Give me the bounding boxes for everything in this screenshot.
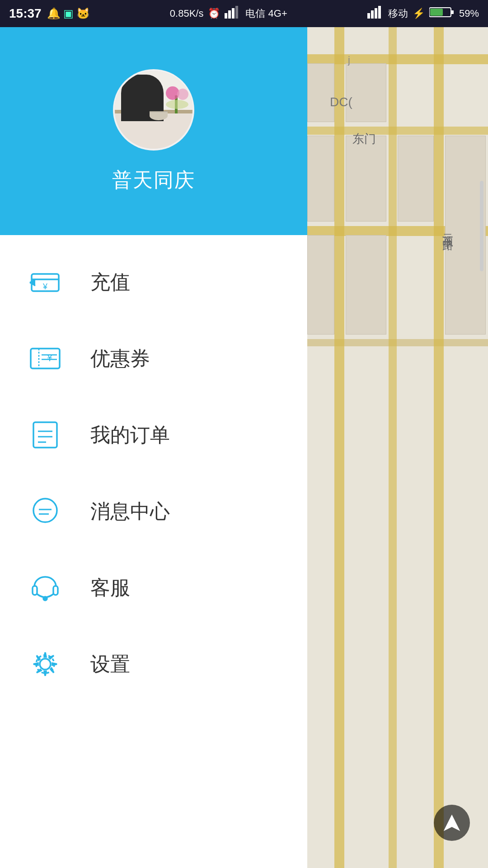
carrier1-signal — [225, 6, 241, 21]
svg-point-30 — [40, 659, 51, 670]
drawer-menu: ¥ 充值 ¥ — [0, 235, 307, 868]
map-yunding-label: 云顶中路 — [441, 226, 455, 233]
carrier1-name: 电信 4G+ — [245, 7, 287, 20]
location-button[interactable] — [434, 805, 470, 841]
svg-rect-0 — [225, 13, 227, 19]
map-block-4 — [346, 136, 386, 222]
messages-label: 消息中心 — [90, 498, 170, 525]
map-block-7 — [398, 136, 434, 222]
status-right: 移动 ⚡ 59% — [367, 6, 479, 21]
svg-rect-10 — [430, 9, 443, 16]
settings-label: 设置 — [90, 651, 130, 678]
coupon-label: 优惠券 — [90, 345, 150, 372]
svg-point-29 — [43, 597, 47, 600]
svg-point-24 — [33, 499, 57, 522]
map-block-6 — [346, 235, 386, 335]
svg-marker-11 — [445, 816, 459, 830]
coupon-icon: ¥ — [27, 340, 63, 377]
status-icons: 🔔 ▣ 🐱 — [47, 7, 90, 20]
svg-rect-9 — [451, 10, 454, 14]
map-scrollbar[interactable] — [480, 181, 483, 271]
map-background: 东门 云顶中路 j DC( — [307, 0, 488, 868]
charging-icon: ⚡ — [413, 8, 425, 19]
map-block-5 — [307, 235, 334, 335]
map-block-2 — [346, 63, 386, 122]
svg-text:¥: ¥ — [47, 352, 53, 363]
svg-text:¥: ¥ — [42, 282, 48, 291]
menu-item-recharge[interactable]: ¥ 充值 — [0, 244, 307, 321]
avatar[interactable] — [113, 69, 194, 151]
map-road-v1 — [334, 0, 344, 868]
status-time: 15:37 — [9, 6, 42, 21]
alarm-icon: ⏰ — [208, 8, 220, 19]
network-speed: 0.85K/s — [170, 8, 204, 19]
drawer-header: 普天同庆 — [0, 27, 307, 235]
notify-icon-2: ▣ — [63, 7, 74, 20]
recharge-icon: ¥ — [27, 264, 63, 300]
map-content: 东门 云顶中路 j DC( — [307, 0, 488, 868]
svg-rect-3 — [235, 6, 238, 19]
carrier2-name: 移动 — [388, 7, 408, 20]
map-road-v3 — [434, 0, 444, 868]
svg-rect-5 — [371, 10, 374, 19]
svg-rect-27 — [33, 586, 37, 595]
status-bar: 15:37 🔔 ▣ 🐱 0.85K/s ⏰ 电信 4G+ 移动 ⚡ 59% — [0, 0, 488, 27]
menu-item-messages[interactable]: 消息中心 — [0, 473, 307, 550]
recharge-label: 充值 — [90, 269, 130, 296]
menu-item-coupon[interactable]: ¥ 优惠券 — [0, 321, 307, 397]
menu-item-settings[interactable]: 设置 — [0, 626, 307, 703]
svg-rect-2 — [232, 8, 235, 19]
messages-icon — [27, 493, 63, 529]
svg-rect-15 — [31, 349, 60, 368]
svg-rect-28 — [53, 586, 58, 595]
map-block-1 — [307, 63, 334, 122]
map-road-v2 — [389, 0, 397, 868]
battery-bar — [429, 6, 455, 21]
map-label-j: j — [348, 54, 350, 66]
svg-rect-6 — [375, 8, 377, 19]
map-dongmen-label: 东门 — [352, 131, 376, 147]
drawer-sidebar: 普天同庆 ¥ 充值 — [0, 27, 307, 868]
avatar-image — [115, 71, 192, 149]
notify-icon-1: 🔔 — [47, 7, 61, 20]
service-label: 客服 — [90, 575, 130, 601]
status-center: 0.85K/s ⏰ 电信 4G+ — [170, 6, 287, 21]
orders-label: 我的订单 — [90, 422, 170, 448]
svg-rect-4 — [367, 13, 370, 19]
carrier2-signal — [367, 6, 384, 21]
svg-rect-1 — [228, 10, 231, 19]
service-icon — [27, 570, 63, 606]
menu-item-service[interactable]: 客服 — [0, 550, 307, 626]
username: 普天同庆 — [112, 167, 195, 193]
menu-item-orders[interactable]: 我的订单 — [0, 397, 307, 473]
svg-rect-20 — [33, 422, 57, 448]
battery-pct: 59% — [459, 8, 479, 19]
settings-icon — [27, 646, 63, 682]
map-block-3 — [307, 136, 334, 222]
orders-icon — [27, 417, 63, 453]
notify-icon-3: 🐱 — [76, 7, 90, 20]
svg-rect-7 — [378, 6, 381, 19]
status-left: 15:37 🔔 ▣ 🐱 — [9, 6, 90, 21]
map-label-dc: DC( — [330, 95, 352, 109]
